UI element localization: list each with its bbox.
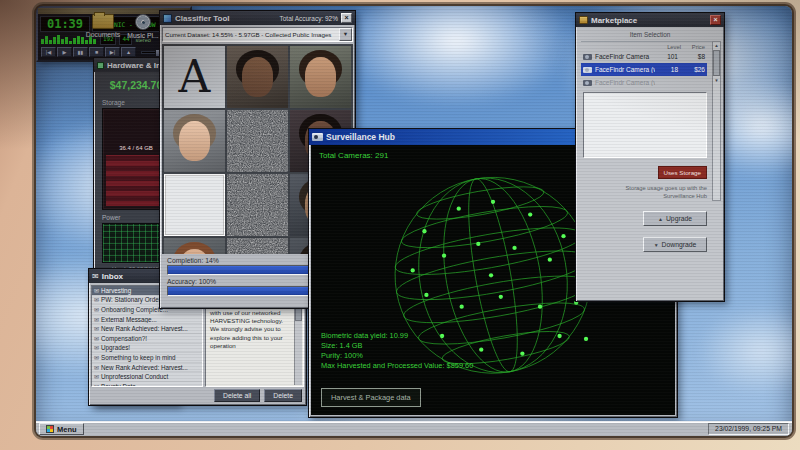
camera-icon xyxy=(583,54,592,60)
item-name: FaceFindr Camera (v2.0) xyxy=(595,79,655,86)
item-level: 101 xyxy=(658,53,678,60)
stat-line: Biometric data yield: 10.99 xyxy=(321,331,473,341)
dataset-image-tile[interactable] xyxy=(227,46,288,108)
cloud xyxy=(696,306,792,396)
price-column-header: Price xyxy=(681,44,705,50)
email-list-item[interactable]: ✉New Rank Achieved: Harvest... xyxy=(92,324,202,334)
level-column-header: Level xyxy=(661,44,681,50)
chevron-down-icon: ▼ xyxy=(339,28,352,41)
balance-value: $47,234.70 xyxy=(110,79,163,91)
envelope-icon: ✉ xyxy=(94,364,99,371)
down-arrow-icon: ▼ xyxy=(654,242,659,248)
email-list-item[interactable]: ✉Upgrades! xyxy=(92,344,202,354)
dataset-image-tile-static[interactable] xyxy=(227,238,288,254)
email-subject: Harvesting xyxy=(101,287,131,294)
marketplace-item-row-locked[interactable]: FaceFindr Camera (v2.0) xyxy=(581,76,707,89)
item-price: $8 xyxy=(681,53,705,60)
item-selection-label: Item Selection xyxy=(581,29,719,42)
monitor-bezel: Documents Music Pl... Hardware & Infrast… xyxy=(0,0,800,450)
taskbar: Menu 23/02/1999, 09:25 PM xyxy=(36,421,792,436)
marketplace-item-row-selected[interactable]: FaceFindr Camera (v10) 18 $26 xyxy=(581,63,707,76)
desktop-icon-documents[interactable]: Documents xyxy=(82,14,124,38)
envelope-icon: ✉ xyxy=(92,272,99,281)
camera-icon xyxy=(312,133,323,141)
window-title: Classifier Tool xyxy=(175,14,230,23)
classifier-titlebar[interactable]: Classifier Tool Total Accuracy: 92% × xyxy=(160,11,355,25)
envelope-icon: ✉ xyxy=(94,344,99,351)
uses-storage-badge: Uses Storage xyxy=(658,166,708,179)
desktop-icon-label: Music Pl... xyxy=(122,32,164,39)
email-subject: Upgrades! xyxy=(101,344,130,351)
menu-label: Menu xyxy=(57,425,77,434)
envelope-icon: ✉ xyxy=(94,373,99,380)
folder-icon xyxy=(92,14,114,29)
dataset-image-tile[interactable]: A xyxy=(164,46,225,108)
storage-note: Storage usage goes up with the Surveilla… xyxy=(603,185,707,200)
email-list-item[interactable]: ✉Compensation?! xyxy=(92,334,202,344)
envelope-icon: ✉ xyxy=(94,287,99,294)
letter-glyph: A xyxy=(179,55,211,99)
marketplace-titlebar[interactable]: Marketplace × xyxy=(576,13,724,27)
close-icon[interactable]: × xyxy=(710,15,721,25)
email-subject: External Message... xyxy=(101,316,157,323)
menu-button[interactable]: Menu xyxy=(39,423,84,435)
email-list-item[interactable]: ✉Unprofessional Conduct xyxy=(92,372,202,382)
desktop-icon-music[interactable]: Music Pl... xyxy=(122,14,164,39)
item-name: FaceFindr Camera (v10) xyxy=(595,66,655,73)
scroll-up-icon[interactable]: ▲ xyxy=(714,43,718,48)
storage-section-label: Storage xyxy=(102,99,125,106)
dataset-image-tile[interactable] xyxy=(164,238,225,254)
upgrade-button[interactable]: ▲ Upgrade xyxy=(643,211,707,226)
marketplace-window: Marketplace × Item Selection Level Price… xyxy=(575,12,725,302)
harvest-stats: Biometric data yield: 10.99 Size: 1.4 GB… xyxy=(321,331,473,371)
window-title: Surveillance Hub xyxy=(326,132,395,142)
item-price: $26 xyxy=(681,66,705,73)
dataset-dropdown[interactable]: Current Dataset: 14.55% - 5.97GB - Colle… xyxy=(162,27,353,42)
dataset-image-tile-empty[interactable] xyxy=(164,174,225,236)
envelope-icon: ✉ xyxy=(94,383,99,387)
upgrade-label: Upgrade xyxy=(666,215,692,222)
envelope-icon: ✉ xyxy=(94,354,99,361)
email-subject: Bounty Data... xyxy=(101,383,141,387)
dataset-image-tile-static[interactable] xyxy=(227,110,288,172)
pause-button[interactable]: ▮▮ xyxy=(73,47,88,57)
dataset-image-tile[interactable] xyxy=(290,46,351,108)
marketplace-icon xyxy=(579,16,588,24)
email-subject: Something to keep in mind xyxy=(101,354,176,361)
email-list-item[interactable]: ✉External Message... xyxy=(92,315,202,325)
delete-all-button[interactable]: Delete all xyxy=(214,389,260,402)
power-section-label: Power xyxy=(102,214,120,221)
dataset-dropdown-value: Current Dataset: 14.55% - 5.97GB - Colle… xyxy=(163,31,339,38)
stop-button[interactable]: ■ xyxy=(89,47,104,57)
scrollbar[interactable]: ▲ ▼ xyxy=(712,41,721,201)
stat-line: Size: 1.4 GB xyxy=(321,341,473,351)
email-list-item[interactable]: ✉Something to keep in mind xyxy=(92,353,202,363)
scroll-down-icon[interactable]: ▼ xyxy=(714,78,718,83)
email-list-item[interactable]: ✉Bounty Data... xyxy=(92,382,202,387)
envelope-icon: ✉ xyxy=(94,335,99,342)
stat-line: Max Harvested and Processed Value: $859.… xyxy=(321,361,473,371)
desktop: Documents Music Pl... Hardware & Infrast… xyxy=(36,6,792,436)
item-list-box xyxy=(583,92,707,158)
window-title: Inbox xyxy=(102,272,123,281)
dataset-image-tile[interactable] xyxy=(164,110,225,172)
dataset-image-tile-static[interactable] xyxy=(227,174,288,236)
email-subject: PW: Stationary Order... xyxy=(101,296,166,303)
downgrade-button[interactable]: ▼ Downgrade xyxy=(643,237,707,252)
scrollbar-thumb[interactable] xyxy=(713,50,720,76)
harvest-package-button[interactable]: Harvest & Package data xyxy=(321,388,421,407)
previous-button[interactable]: |◀ xyxy=(41,47,56,57)
marketplace-item-row[interactable]: FaceFindr Camera 101 $8 xyxy=(581,50,707,63)
item-name: FaceFindr Camera xyxy=(595,53,655,60)
email-list-item[interactable]: ✉New Rank Achieved: Harvest... xyxy=(92,363,202,373)
eject-button[interactable]: ▲ xyxy=(121,47,136,57)
classifier-icon xyxy=(163,14,172,23)
next-button[interactable]: ▶| xyxy=(105,47,120,57)
play-button[interactable]: ▶ xyxy=(57,47,72,57)
envelope-icon: ✉ xyxy=(94,296,99,303)
total-accuracy-label: Total Accuracy: 92% xyxy=(279,15,338,22)
envelope-icon: ✉ xyxy=(94,306,99,313)
email-subject: Compensation?! xyxy=(101,335,147,342)
delete-button[interactable]: Delete xyxy=(264,389,302,402)
close-icon[interactable]: × xyxy=(341,13,352,23)
